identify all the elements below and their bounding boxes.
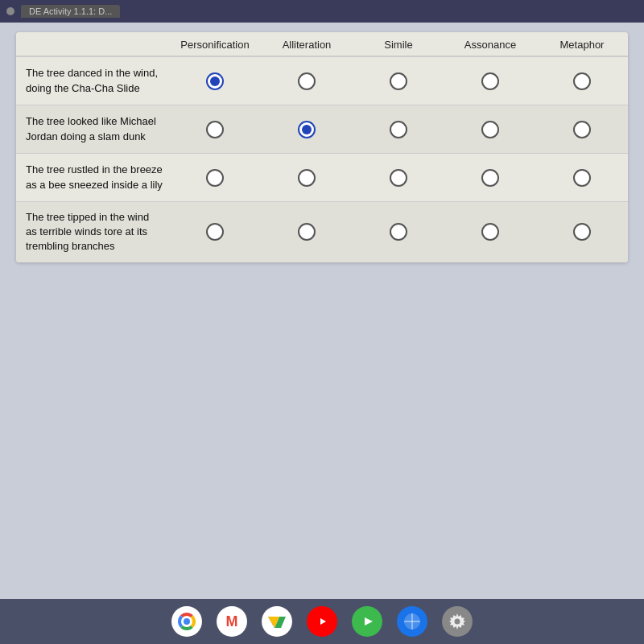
radio-simile-row2[interactable] bbox=[390, 121, 407, 138]
radio-cell[interactable] bbox=[261, 72, 353, 90]
col-label-empty bbox=[16, 39, 169, 51]
radio-metaphor-row1[interactable] bbox=[573, 72, 591, 90]
radio-cell[interactable] bbox=[444, 121, 536, 138]
radio-cell[interactable] bbox=[261, 223, 353, 241]
safari-logo bbox=[402, 612, 422, 631]
radio-cell[interactable] bbox=[536, 121, 628, 138]
youtube-icon[interactable] bbox=[307, 606, 337, 637]
top-bar-tab[interactable]: DE Activity 1.1.1: D... bbox=[21, 5, 120, 18]
top-bar-dot bbox=[6, 7, 14, 15]
main-content: Personification Alliteration Simile Asso… bbox=[0, 23, 644, 599]
radio-cell[interactable] bbox=[353, 121, 444, 138]
radio-cell[interactable] bbox=[169, 169, 261, 187]
radio-assonance-row3[interactable] bbox=[481, 169, 499, 187]
table-row: The tree tipped in the wind as terrible … bbox=[16, 201, 628, 262]
radio-cell[interactable] bbox=[444, 72, 536, 90]
radio-personification-row1[interactable] bbox=[206, 72, 224, 90]
radio-alliteration-row1[interactable] bbox=[298, 72, 316, 90]
radio-assonance-row1[interactable] bbox=[481, 72, 499, 90]
radio-cell[interactable] bbox=[536, 223, 628, 241]
radio-metaphor-row2[interactable] bbox=[573, 121, 591, 138]
row-label: The tree looked like Michael Jordan doin… bbox=[16, 106, 169, 151]
row-label: The tree tipped in the wind as terrible … bbox=[16, 202, 169, 262]
radio-simile-row1[interactable] bbox=[390, 72, 407, 90]
col-assonance: Assonance bbox=[444, 39, 536, 51]
radio-simile-row4[interactable] bbox=[390, 223, 407, 241]
gear-icon bbox=[448, 613, 466, 630]
radio-cell[interactable] bbox=[261, 169, 353, 187]
play-icon[interactable] bbox=[352, 606, 382, 637]
gmail-icon[interactable]: M bbox=[217, 606, 247, 637]
radio-cell[interactable] bbox=[353, 223, 444, 241]
col-simile: Simile bbox=[353, 39, 444, 51]
table-header: Personification Alliteration Simile Asso… bbox=[16, 32, 628, 56]
radio-cell[interactable] bbox=[353, 72, 444, 90]
radio-cell[interactable] bbox=[169, 72, 261, 90]
radio-simile-row3[interactable] bbox=[390, 169, 407, 187]
radio-cell[interactable] bbox=[169, 121, 261, 138]
settings-icon[interactable] bbox=[442, 606, 473, 637]
taskbar: M bbox=[0, 599, 644, 644]
activity-table: Personification Alliteration Simile Asso… bbox=[16, 32, 628, 262]
top-bar: DE Activity 1.1.1: D... bbox=[0, 0, 644, 23]
radio-alliteration-row2[interactable] bbox=[298, 121, 316, 138]
radio-metaphor-row3[interactable] bbox=[573, 169, 591, 187]
safari-icon[interactable] bbox=[397, 606, 427, 637]
row-label: The tree rustled in the breeze as a bee … bbox=[16, 155, 169, 200]
radio-cell[interactable] bbox=[536, 169, 628, 187]
svg-point-14 bbox=[455, 619, 460, 625]
radio-alliteration-row3[interactable] bbox=[298, 169, 316, 187]
radio-assonance-row2[interactable] bbox=[481, 121, 499, 138]
radio-cell[interactable] bbox=[536, 72, 628, 90]
radio-personification-row3[interactable] bbox=[206, 169, 224, 187]
drive-logo bbox=[268, 613, 286, 630]
youtube-logo bbox=[313, 615, 331, 628]
col-personification: Personification bbox=[169, 39, 261, 51]
radio-cell[interactable] bbox=[444, 223, 536, 241]
chrome-icon[interactable] bbox=[171, 606, 202, 637]
col-metaphor: Metaphor bbox=[536, 39, 628, 51]
play-logo bbox=[358, 613, 376, 630]
chrome-logo bbox=[178, 613, 196, 630]
radio-cell[interactable] bbox=[169, 223, 261, 241]
radio-cell[interactable] bbox=[353, 169, 444, 187]
table-row: The tree rustled in the breeze as a bee … bbox=[16, 153, 628, 201]
radio-cell[interactable] bbox=[261, 121, 353, 138]
table-row: The tree danced in the wind, doing the C… bbox=[16, 56, 628, 105]
row-label: The tree danced in the wind, doing the C… bbox=[16, 58, 169, 103]
radio-cell[interactable] bbox=[444, 169, 536, 187]
radio-alliteration-row4[interactable] bbox=[298, 223, 316, 241]
radio-metaphor-row4[interactable] bbox=[573, 223, 591, 241]
radio-assonance-row4[interactable] bbox=[481, 223, 499, 241]
table-row: The tree looked like Michael Jordan doin… bbox=[16, 105, 628, 153]
col-alliteration: Alliteration bbox=[261, 39, 353, 51]
drive-icon[interactable] bbox=[262, 606, 292, 637]
radio-personification-row2[interactable] bbox=[206, 121, 224, 138]
radio-personification-row4[interactable] bbox=[206, 223, 224, 241]
